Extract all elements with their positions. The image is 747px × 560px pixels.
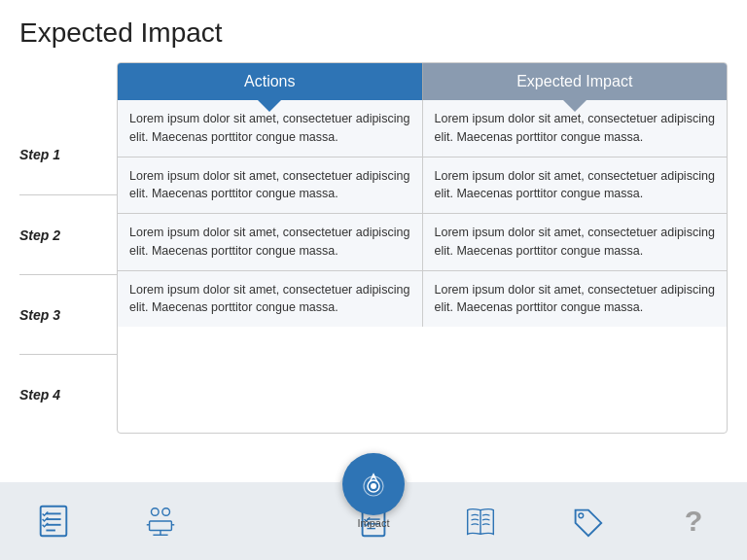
step-label-1: Step 1 — [19, 115, 117, 194]
impact-cell-2: Lorem ipsum dolor sit amet, consectetuer… — [422, 158, 728, 214]
actions-cell-3: Lorem ipsum dolor sit amet, consectetuer… — [118, 214, 422, 270]
impact-cell-4: Lorem ipsum dolor sit amet, consectetuer… — [422, 271, 728, 328]
impact-cell-3: Lorem ipsum dolor sit amet, consectetuer… — [422, 214, 728, 270]
table-body: Lorem ipsum dolor sit amet, consectetuer… — [118, 100, 727, 327]
step-label-2: Step 2 — [19, 194, 117, 274]
page-title: Expected Impact — [0, 0, 747, 58]
svg-rect-5 — [149, 521, 171, 531]
bottom-icon-checklist[interactable] — [15, 503, 92, 540]
main-content: Step 1 Step 2 Step 3 Step 4 Actions Expe… — [0, 62, 747, 434]
actions-cell-2: Lorem ipsum dolor sit amet, consectetuer… — [118, 158, 422, 214]
bottom-icon-question[interactable]: ? — [655, 503, 732, 540]
step-label-3: Step 3 — [19, 274, 117, 354]
table-row: Lorem ipsum dolor sit amet, consectetuer… — [118, 100, 727, 157]
steps-column: Step 1 Step 2 Step 3 Step 4 — [19, 62, 117, 434]
bottom-icon-book[interactable] — [442, 503, 519, 540]
svg-point-20 — [371, 483, 376, 489]
impact-circle-container[interactable]: Impact — [342, 453, 405, 529]
data-table: Actions Expected Impact Lorem ipsum dolo… — [117, 62, 728, 434]
actions-column-header: Actions — [118, 63, 422, 100]
step-label-4: Step 4 — [19, 354, 117, 434]
table-row: Lorem ipsum dolor sit amet, consectetuer… — [118, 157, 727, 214]
actions-cell-4: Lorem ipsum dolor sit amet, consectetuer… — [118, 271, 422, 328]
table-row: Lorem ipsum dolor sit amet, consectetuer… — [118, 213, 727, 270]
bottom-icon-meeting[interactable] — [122, 503, 199, 540]
table-header: Actions Expected Impact — [118, 63, 727, 100]
impact-column-header: Expected Impact — [422, 63, 728, 100]
svg-text:?: ? — [685, 504, 703, 537]
impact-label: Impact — [357, 517, 389, 529]
bottom-icon-tag[interactable] — [548, 503, 625, 540]
svg-point-9 — [161, 508, 169, 516]
table-row: Lorem ipsum dolor sit amet, consectetuer… — [118, 270, 727, 328]
svg-point-8 — [151, 508, 159, 516]
svg-point-18 — [579, 513, 584, 518]
impact-circle[interactable] — [342, 453, 405, 515]
